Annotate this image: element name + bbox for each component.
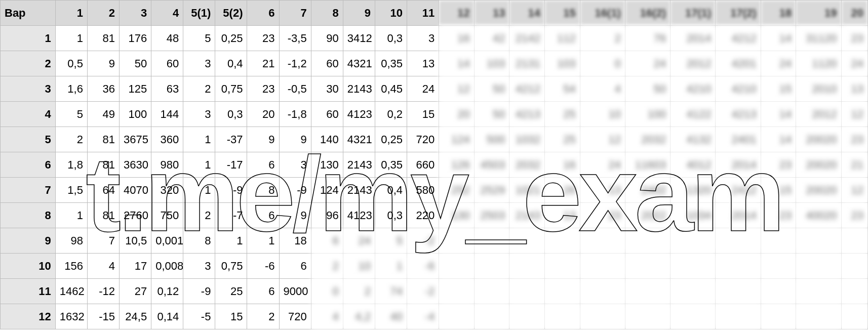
table-row: 111462-12270,12-925690000274-2 (1, 279, 868, 304)
cell-blurred (841, 228, 867, 254)
col-header-6: 6 (247, 1, 279, 26)
cell-blurred (545, 254, 580, 279)
cell: 10 (343, 254, 375, 279)
cell: 5 (183, 26, 215, 51)
cell-blurred (841, 279, 867, 304)
cell: 2760 (120, 203, 151, 228)
cell: 18 (279, 228, 311, 254)
table-row: 71,56440703201-98-912421430,458025225291… (1, 178, 868, 203)
cell: 10,5 (120, 228, 151, 254)
cell-blurred: 2412 (716, 178, 761, 203)
cell: 90 (311, 26, 343, 51)
cell-blurred: 2014 (670, 26, 716, 51)
col-header-5-2: 5(2) (215, 1, 247, 26)
cell: 1,5 (55, 178, 87, 203)
table-row: 20,59506030,421-1,26043210,3513141032131… (1, 51, 868, 76)
cell: -5 (183, 304, 215, 329)
cell-blurred: 4210 (670, 76, 716, 102)
cell-blurred (796, 254, 841, 279)
cell: 2143 (343, 178, 375, 203)
header-row: Вар 1 2 3 4 5(1) 5(2) 6 7 8 9 10 11 12 1… (1, 1, 868, 26)
cell: 4 (87, 254, 119, 279)
cell: 3 (183, 102, 215, 127)
cell-blurred: 14 (439, 51, 475, 76)
cell-blurred: 20020 (796, 152, 841, 178)
cell: 0,75 (215, 76, 247, 102)
cell: 0,14 (151, 304, 183, 329)
row-header: 7 (1, 178, 56, 203)
cell-blurred: 2143 (509, 203, 545, 228)
cell: 0,35 (375, 152, 407, 178)
cell-blurred: 4 (580, 76, 625, 102)
col-header-4: 4 (151, 1, 183, 26)
cell-blurred: 50 (474, 76, 509, 102)
cell-blurred: 4210 (716, 76, 761, 102)
cell: 980 (151, 152, 183, 178)
cell-blurred (580, 254, 625, 279)
cell: 1,6 (55, 76, 87, 102)
cell-blurred (509, 279, 545, 304)
cell: 15 (215, 304, 247, 329)
cell: 36 (87, 76, 119, 102)
cell: 96 (311, 203, 343, 228)
cell-blurred: 2012 (796, 102, 841, 127)
cell: 3 (407, 26, 439, 51)
cell: 0,4 (375, 178, 407, 203)
cell: 130 (311, 152, 343, 178)
cell: -17 (215, 152, 247, 178)
cell: 1 (215, 228, 247, 254)
cell: 2143 (343, 76, 375, 102)
cell-blurred: 103 (545, 51, 580, 76)
cell-blurred (580, 228, 625, 254)
cell: 81 (87, 127, 119, 152)
row-header: 9 (1, 228, 56, 254)
cell: -37 (215, 127, 247, 152)
cell: 720 (407, 127, 439, 152)
table-row: 528136753601-379914043210,25720124500103… (1, 127, 868, 152)
cell-blurred: 54 (545, 76, 580, 102)
cell: 6 (247, 203, 279, 228)
cell-blurred: 4212 (509, 76, 545, 102)
cell-blurred: 2032 (625, 127, 670, 152)
cell: 9 (279, 127, 311, 152)
cell: 100 (120, 102, 151, 127)
cell: 1 (183, 127, 215, 152)
cell-blurred: 42 (474, 26, 509, 51)
cell: 24 (407, 76, 439, 102)
cell: 7 (87, 228, 119, 254)
cell: 5 (55, 102, 87, 127)
col-header-blurred: 20 (841, 1, 867, 26)
row-header: 11 (1, 279, 56, 304)
cell: 21 (247, 51, 279, 76)
cell-blurred: 31120 (796, 26, 841, 51)
cell: 0,3 (215, 102, 247, 127)
cell: 2143 (343, 152, 375, 178)
cell-blurred: 0 (580, 51, 625, 76)
cell: 156 (55, 254, 87, 279)
cell-blurred: 2032 (509, 152, 545, 178)
cell-blurred (439, 304, 475, 329)
table-row: 61,88136309801-176313021430,356601264503… (1, 152, 868, 178)
cell-blurred: 1034 (670, 203, 716, 228)
cell: 1 (183, 178, 215, 203)
cell: 0,3 (375, 26, 407, 51)
cell: 3675 (120, 127, 151, 152)
cell: 1,8 (55, 152, 87, 178)
cell-blurred: 1120 (796, 51, 841, 76)
cell-blurred: 2010 (796, 76, 841, 102)
cell: 4,2 (343, 304, 375, 329)
cell: 23 (247, 76, 279, 102)
cell-blurred: 50 (625, 76, 670, 102)
cell-blurred (509, 304, 545, 329)
cell: -6 (407, 254, 439, 279)
cell: 580 (407, 178, 439, 203)
cell: 60 (311, 51, 343, 76)
cell: 27 (120, 279, 151, 304)
cell: 81 (87, 152, 119, 178)
cell-blurred: 12 (439, 76, 475, 102)
cell-blurred: 4503 (474, 152, 509, 178)
cell: -0,5 (279, 76, 311, 102)
cell: 98 (55, 228, 87, 254)
cell-blurred: 4212 (716, 26, 761, 51)
cell: 144 (151, 102, 183, 127)
